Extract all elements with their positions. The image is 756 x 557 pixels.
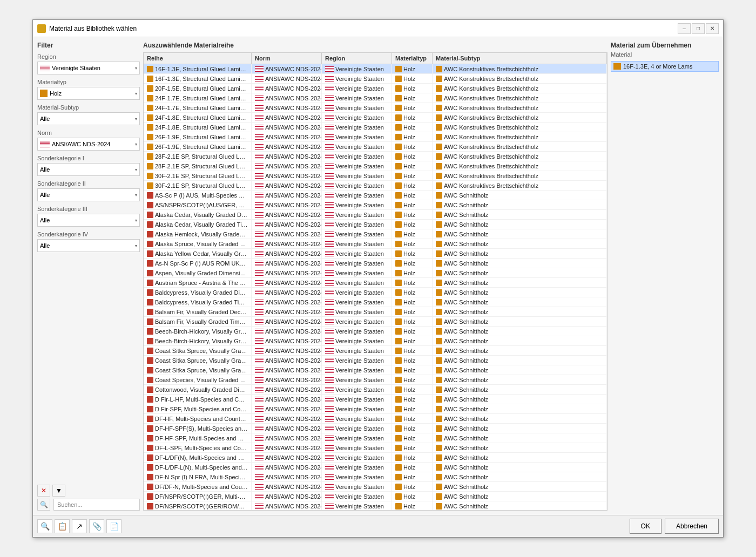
table-row[interactable]: Aspen, Visually Graded Dimension Lu.... … xyxy=(144,268,607,278)
maximize-button[interactable]: □ xyxy=(692,23,705,34)
row-icon xyxy=(147,406,153,412)
table-row[interactable]: DF-HF-SPF, Multi-Species and Countr.... … xyxy=(144,433,607,443)
window-controls: – □ ✕ xyxy=(678,23,719,34)
table-row[interactable]: 28F-2.1E SP, Structural Glued Laminated.… xyxy=(144,152,607,161)
cell-materialtyp: Holz xyxy=(403,328,415,335)
search-input[interactable] xyxy=(53,499,140,511)
cell-norm: ANSI/AWC NDS-2024 xyxy=(265,66,322,72)
table-row[interactable]: DF-L/DF(N), Multi-Species and Count.... … xyxy=(144,453,607,463)
cell-norm: ANSI/AWC NDS-2024 xyxy=(265,85,322,92)
table-row[interactable]: Baldcypress, Visually Graded Timber ANSI… xyxy=(144,297,607,307)
table-row[interactable]: D Fir-L-HF, Multi-Species and Countr....… xyxy=(144,395,607,404)
export-bottom-button[interactable]: ↗ xyxy=(72,519,87,533)
table-row[interactable]: Alaska Yellow Cedar, Visually Graded ...… xyxy=(144,249,607,259)
table-row[interactable]: 16F-1.3E, Structural Glued Laminated....… xyxy=(144,74,607,84)
cell-norm: ANSI/AWC NDS-2024 xyxy=(265,114,322,121)
filter-sonderkategorie3-select[interactable]: Alle ▾ xyxy=(37,214,140,227)
table-row[interactable]: 20F-1.5E, Structural Glued Laminated....… xyxy=(144,84,607,93)
table-row[interactable]: DF-HF-SPF(S), Multi-Species and Cou.... … xyxy=(144,424,607,433)
selected-material-item[interactable]: 16F-1.3E, 4 or More Lams xyxy=(611,61,719,72)
table-row[interactable]: Balsam Fir, Visually Graded Decking ANSI… xyxy=(144,307,607,317)
subtyp-icon xyxy=(436,260,442,267)
filter-sonderkategorie1-select[interactable]: Alle ▾ xyxy=(37,163,140,176)
table-row[interactable]: DF-L/DF-L(N), Multi-Species and Cou.... … xyxy=(144,463,607,472)
table-row[interactable]: Coast Sitka Spruce, Visually Graded T...… xyxy=(144,365,607,375)
table-row[interactable]: Beech-Birch-Hickory, Visually Graded ...… xyxy=(144,327,607,336)
filter-norm-select[interactable]: ANSI/AWC NDS-2024 ▾ xyxy=(37,138,140,151)
subtyp-icon xyxy=(436,95,442,101)
cell-region: Vereinigte Staaten xyxy=(335,95,384,101)
table-row[interactable]: Coast Sitka Spruce, Visually Graded ....… xyxy=(144,356,607,365)
cell-region: Vereinigte Staaten xyxy=(335,464,384,471)
table-row[interactable]: As-N Spr-Sc P (I) AUS ROM UKR, Multi....… xyxy=(144,259,607,268)
table-row[interactable]: AS-Sc P (I) AUS, Multi-Species and Co...… xyxy=(144,191,607,200)
table-row[interactable]: Alaska Spruce, Visually Graded Dime.... … xyxy=(144,239,607,249)
filter-delete-button[interactable]: ✕ xyxy=(37,485,50,497)
cell-subtyp: AWC Schnittholz xyxy=(444,357,488,364)
table-row[interactable]: 26F-1.9E, Structural Glued Laminated....… xyxy=(144,142,607,152)
table-row[interactable]: DF/NSPR/SCOTP(I)GER, Multi-Species .... … xyxy=(144,492,607,501)
cell-subtyp: AWC Schnittholz xyxy=(444,425,488,432)
cell-region: Vereinigte Staaten xyxy=(335,503,384,510)
cell-reihe: Coast Species, Visually Graded Decki.... xyxy=(155,377,248,383)
close-button[interactable]: ✕ xyxy=(706,23,719,34)
norm-flag-icon xyxy=(255,329,264,334)
table-row[interactable]: DF/NSPR/SCOTP(I)GER/ROM/SW//UKR.... ANSI… xyxy=(144,501,607,510)
table-row[interactable]: Baldcypress, Visually Graded Dimensi....… xyxy=(144,288,607,297)
doc-bottom-button[interactable]: 📄 xyxy=(106,519,122,533)
table-row[interactable]: Coast Sitka Spruce, Visually Graded ....… xyxy=(144,346,607,356)
ok-button[interactable]: OK xyxy=(630,519,662,534)
region-flag-icon xyxy=(325,387,334,392)
table-row[interactable]: 16F-1.3E, Structural Glued Laminated....… xyxy=(144,64,607,74)
table-row[interactable]: Beech-Birch-Hickory, Visually Graded ...… xyxy=(144,336,607,346)
row-icon xyxy=(147,134,153,140)
table-row[interactable]: DF-N Spr (I) N FRA, Multi-Species and...… xyxy=(144,472,607,482)
cell-region: Vereinigte Staaten xyxy=(335,435,384,441)
table-row[interactable]: Alaska Hemlock, Visually Graded Dim.... … xyxy=(144,229,607,239)
materialtyp-icon xyxy=(395,270,402,276)
col-materialtyp-header: Materialtyp xyxy=(392,53,433,64)
filter-sonderkategorie2-select[interactable]: Alle ▾ xyxy=(37,188,140,201)
cell-materialtyp: Holz xyxy=(403,348,415,354)
table-row[interactable]: DF/DF-N, Multi-Species and Country .... … xyxy=(144,482,607,492)
filter-region-select[interactable]: Vereinigte Staaten ▾ xyxy=(37,62,140,74)
table-body[interactable]: 16F-1.3E, Structural Glued Laminated....… xyxy=(144,64,607,510)
filter-subtyp-select[interactable]: Alle ▾ xyxy=(37,112,140,125)
table-row[interactable]: DF-HF, Multi-Species and Country Gr.... … xyxy=(144,414,607,424)
table-row[interactable]: 24F-1.8E, Structural Glued Laminated....… xyxy=(144,123,607,132)
attach-bottom-button[interactable]: 📎 xyxy=(89,519,104,533)
filter-sonderkategorie4-select[interactable]: Alle ▾ xyxy=(37,239,140,252)
minimize-button[interactable]: – xyxy=(678,23,691,34)
search-bottom-button[interactable]: 🔍 xyxy=(37,519,52,533)
table-row[interactable]: 30F-2.1E SP, Structural Glued Laminat...… xyxy=(144,181,607,191)
subtyp-icon xyxy=(436,250,442,257)
table-row[interactable]: Coast Species, Visually Graded Decki....… xyxy=(144,375,607,385)
cell-materialtyp: Holz xyxy=(403,406,415,412)
region-flag-icon xyxy=(325,144,334,150)
table-row[interactable]: DF-L-SPF, Multi-Species and Country ....… xyxy=(144,443,607,453)
table-row[interactable]: 30F-2.1E SP, Structural Glued Laminat...… xyxy=(144,171,607,181)
table-row[interactable]: 26F-1.9E, Structural Glued Laminated....… xyxy=(144,132,607,142)
table-row[interactable]: Austrian Spruce - Austria & The Czec....… xyxy=(144,278,607,288)
filter-materialtyp-select[interactable]: Holz ▾ xyxy=(37,87,140,100)
sonderkategorie1-dropdown-arrow: ▾ xyxy=(135,167,137,172)
table-row[interactable]: D Fir-SPF, Multi-Species and Country ...… xyxy=(144,404,607,414)
materialtyp-icon xyxy=(395,425,402,432)
cancel-button[interactable]: Abbrechen xyxy=(665,519,719,534)
table-row[interactable]: AS/NSPR/SCOTP(I)AUS/GER, Multi-Sp.... AN… xyxy=(144,200,607,210)
cell-materialtyp: Holz xyxy=(403,182,415,189)
materialtyp-icon xyxy=(395,348,402,354)
table-row[interactable]: Alaska Cedar, Visually Graded Timber ANS… xyxy=(144,220,607,229)
filter-options-button[interactable]: ▼ xyxy=(52,485,65,497)
table-row[interactable]: Alaska Cedar, Visually Graded Dimen.... … xyxy=(144,210,607,220)
table-row[interactable]: 24F-1.7E, Structural Glued Laminated....… xyxy=(144,103,607,113)
cell-materialtyp: Holz xyxy=(403,95,415,101)
table-bottom-button[interactable]: 📋 xyxy=(55,519,70,533)
table-row[interactable]: Balsam Fir, Visually Graded Timber ANSI/… xyxy=(144,317,607,327)
table-row[interactable]: 28F-2.1E SP, Structural Glued Laminat...… xyxy=(144,161,607,171)
table-row[interactable]: Cottonwood, Visually Graded Dimen.... AN… xyxy=(144,385,607,395)
table-row[interactable]: 24F-1.8E, Structural Glued Laminated....… xyxy=(144,113,607,123)
cell-subtyp: AWC Konstruktives Brettschichtholz xyxy=(444,144,538,150)
table-row[interactable]: 24F-1.7E, Structural Glued Laminated....… xyxy=(144,93,607,103)
cell-materialtyp: Holz xyxy=(403,144,415,150)
